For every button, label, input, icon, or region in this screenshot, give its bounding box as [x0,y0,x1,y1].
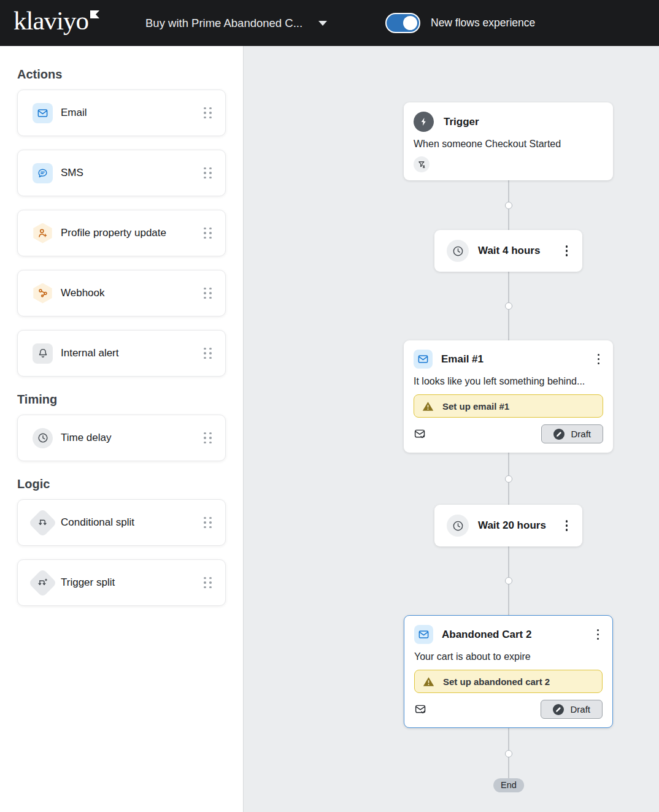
klaviyo-logo-text: klaviyo [13,6,88,35]
email-card-header: Email #1 [404,340,613,369]
palette-item-trigger-split[interactable]: Trigger split [17,559,226,606]
drag-handle-icon[interactable] [204,517,212,529]
palette-item-internal-alert[interactable]: Internal alert [17,330,226,377]
profile-property-icon [33,223,53,243]
envelope-check-icon [414,427,426,440]
kebab-menu-icon[interactable] [595,627,602,643]
trigger-card[interactable]: Trigger When someone Checkout Started [404,102,613,180]
section-title-logic: Logic [17,477,226,491]
palette-item-label: Internal alert [61,347,204,359]
email-step-card[interactable]: Email #1 It looks like you left somethin… [404,340,613,453]
trigger-description: When someone Checkout Started [414,139,602,150]
toggle-label: New flows experience [431,17,535,29]
webhook-icon [33,283,53,304]
palette-item-label: Webhook [61,287,204,299]
email-card-footer: Draft [414,700,603,719]
toggle-knob [403,16,417,30]
pencil-circle-icon [553,704,564,715]
app-header: klaviyo Buy with Prime Abandoned C... Ne… [0,0,659,46]
trigger-filter-chip[interactable] [414,156,430,172]
bell-icon [33,343,53,364]
flow-title-dropdown[interactable]: Buy with Prime Abandoned C... [145,0,327,46]
new-flows-toggle[interactable] [385,13,420,33]
warning-triangle-icon [423,676,434,687]
sms-icon [33,163,53,183]
new-flows-toggle-group: New flows experience [385,0,535,46]
email-card-footer: Draft [414,424,603,443]
clock-icon [447,515,469,537]
wait-step-card[interactable]: Wait 4 hours [434,230,582,272]
drag-handle-icon[interactable] [204,432,212,444]
palette-item-profile-property-update[interactable]: Profile property update [17,210,226,256]
klaviyo-logo[interactable]: klaviyo [13,6,99,35]
kebab-menu-icon[interactable] [595,351,603,367]
email-card-title: Abandoned Cart 2 [442,629,586,641]
clock-icon [447,240,469,262]
drag-handle-icon[interactable] [204,288,212,299]
section-title-actions: Actions [17,67,226,82]
connector-node-dot[interactable] [505,475,512,483]
warning-triangle-icon [422,401,434,412]
trigger-card-title: Trigger [444,116,479,128]
kebab-menu-icon[interactable] [563,243,571,259]
setup-warning-text: Set up email #1 [442,401,509,412]
email-icon [33,103,53,123]
palette-item-label: SMS [61,167,204,179]
connector-node-dot[interactable] [505,577,512,584]
palette-item-email[interactable]: Email [17,90,226,136]
pencil-circle-icon [553,429,565,440]
wait-step-label: Wait 20 hours [478,519,563,532]
status-badge-label: Draft [570,704,590,714]
flow-title: Buy with Prime Abandoned C... [145,17,303,30]
filter-user-icon [417,160,426,169]
status-badge: Draft [541,424,603,443]
email-card-title: Email #1 [441,353,587,366]
status-badge: Draft [541,700,603,719]
palette-item-label: Trigger split [61,576,204,589]
palette-item-conditional-split[interactable]: Conditional split [17,499,226,546]
drag-handle-icon[interactable] [204,228,212,239]
flow-canvas[interactable]: Trigger When someone Checkout Started Wa… [244,46,659,812]
palette-item-time-delay[interactable]: Time delay [17,415,226,461]
connector-node-dot[interactable] [505,302,512,310]
setup-warning-text: Set up abandoned cart 2 [443,676,550,687]
email-icon [414,350,433,369]
connector-node-dot[interactable] [505,750,512,757]
palette-item-sms[interactable]: SMS [17,150,226,196]
email-card-header: Abandoned Cart 2 [404,616,612,644]
drag-handle-icon[interactable] [204,348,212,359]
step-palette-sidebar: Actions Email SMS Profile property updat… [0,46,244,812]
wait-step-card[interactable]: Wait 20 hours [434,505,582,546]
email-subject: Your cart is about to expire [404,644,612,662]
email-subject: It looks like you left something behind.… [404,369,613,387]
palette-item-label: Time delay [61,432,204,444]
palette-item-label: Profile property update [61,227,204,239]
palette-item-label: Email [61,107,204,119]
setup-warning-banner[interactable]: Set up email #1 [414,394,603,418]
clock-icon [33,428,53,448]
trigger-card-header: Trigger [414,112,602,132]
envelope-check-icon [414,703,427,716]
trigger-split-icon [28,569,57,597]
section-title-timing: Timing [17,393,226,407]
wait-step-label: Wait 4 hours [478,245,563,257]
lightning-bolt-icon [414,112,434,132]
conditional-split-icon [28,508,57,537]
palette-item-label: Conditional split [61,516,204,529]
email-step-card-selected[interactable]: Abandoned Cart 2 Your cart is about to e… [404,615,613,728]
drag-handle-icon[interactable] [204,107,212,119]
setup-warning-banner[interactable]: Set up abandoned cart 2 [414,670,603,693]
email-icon [414,625,433,644]
klaviyo-flag-icon [90,10,99,18]
flow-end-badge: End [493,778,524,792]
connector-node-dot[interactable] [505,202,512,209]
drag-handle-icon[interactable] [204,577,212,589]
status-badge-label: Draft [571,429,591,439]
chevron-down-icon [318,21,327,26]
palette-item-webhook[interactable]: Webhook [17,270,226,316]
kebab-menu-icon[interactable] [563,518,571,534]
drag-handle-icon[interactable] [204,167,212,179]
